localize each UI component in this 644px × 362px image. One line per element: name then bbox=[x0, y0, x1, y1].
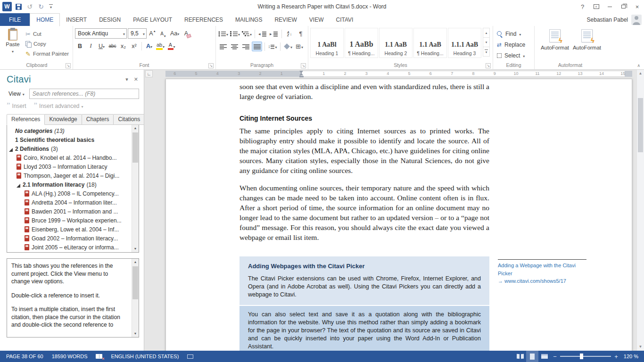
insert-button[interactable]: Insert bbox=[7, 103, 26, 109]
scrollbar-thumb[interactable] bbox=[638, 98, 643, 152]
style-item[interactable]: 1 AaBl Heading 1 bbox=[310, 28, 344, 58]
ribbon-tab[interactable]: INSERT bbox=[60, 13, 93, 26]
help-button[interactable]: ? bbox=[576, 0, 589, 13]
gallery-more-button[interactable] bbox=[483, 47, 490, 57]
ribbon-tab[interactable]: MAILINGS bbox=[229, 13, 268, 26]
tree-item[interactable]: Bawden 2001 – Information and ... bbox=[7, 207, 132, 216]
tree-item[interactable]: 1 Scientific theoretical basics bbox=[7, 135, 132, 144]
hanging-indent-marker[interactable] bbox=[299, 71, 303, 75]
scroll-up-icon[interactable]: ▲ bbox=[132, 125, 139, 132]
sort-button[interactable]: AZ↓ bbox=[284, 29, 295, 39]
clipboard-dialog-launcher[interactable] bbox=[66, 63, 71, 68]
ribbon-tab[interactable]: DESIGN bbox=[93, 13, 127, 26]
font-family-combo[interactable]: Book Antiqu bbox=[75, 28, 127, 39]
tree-item[interactable]: Lloyd 2003 – Information Literacy bbox=[7, 162, 132, 171]
word-count[interactable]: 18590 WORDS bbox=[48, 351, 92, 362]
font-size-combo[interactable]: 9,5 bbox=[128, 28, 147, 39]
view-menu-button[interactable]: View bbox=[7, 90, 26, 98]
ribbon-tab[interactable]: REVIEW bbox=[268, 13, 303, 26]
account-chip[interactable]: Sebastian Pabel bbox=[587, 13, 644, 26]
ribbon-display-options-button[interactable] bbox=[589, 0, 603, 13]
pane-tab[interactable]: References bbox=[7, 114, 45, 125]
expander-icon[interactable] bbox=[17, 181, 23, 188]
italic-button[interactable]: I bbox=[86, 41, 96, 51]
tree-item[interactable]: Andretta 2004 – Information liter... bbox=[7, 198, 132, 207]
zoom-out-button[interactable]: − bbox=[551, 353, 559, 360]
read-mode-button[interactable] bbox=[514, 351, 526, 362]
ribbon-tab[interactable]: PAGE LAYOUT bbox=[127, 13, 178, 26]
status-extra-button[interactable] bbox=[183, 351, 198, 362]
styles-dialog-launcher[interactable] bbox=[486, 63, 491, 68]
text-effects-button[interactable]: A bbox=[144, 41, 154, 51]
change-case-button[interactable]: Aa bbox=[169, 29, 180, 39]
tree-scrollbar[interactable]: ▲ ▼ bbox=[132, 125, 139, 252]
pane-close-button[interactable]: ✕ bbox=[134, 76, 138, 82]
zoom-slider[interactable] bbox=[560, 351, 611, 362]
font-color-button[interactable]: A bbox=[166, 41, 176, 51]
scroll-down-icon[interactable]: ▼ bbox=[637, 343, 644, 351]
subscript-button[interactable]: x₂ bbox=[118, 41, 128, 51]
collapse-ribbon-button[interactable] bbox=[637, 63, 640, 68]
tree-item[interactable]: ALA (Hg.) 2008 – IL Competency... bbox=[7, 189, 132, 198]
ribbon-tab[interactable]: VIEW bbox=[303, 13, 330, 26]
strikethrough-button[interactable]: abc bbox=[107, 41, 117, 51]
web-layout-button[interactable] bbox=[538, 351, 551, 362]
line-spacing-button[interactable]: ↕ bbox=[267, 41, 278, 51]
minimize-button[interactable] bbox=[603, 0, 617, 13]
tree-item[interactable]: Joint 2005 – eLiteracy or informa... bbox=[7, 243, 132, 252]
shrink-font-button[interactable]: A▼ bbox=[158, 29, 168, 39]
format-painter-button[interactable]: Format Painter bbox=[25, 49, 69, 58]
gallery-scroll-down-button[interactable] bbox=[483, 37, 490, 47]
pane-tab[interactable]: Chapters bbox=[82, 114, 114, 125]
print-layout-button[interactable] bbox=[526, 351, 538, 362]
vertical-scrollbar[interactable]: ▲ ▼ bbox=[636, 70, 644, 351]
pane-tab[interactable]: Knowledge bbox=[44, 114, 82, 125]
pane-tab[interactable]: Citations bbox=[113, 114, 144, 125]
autoformat-button-2[interactable]: AutoFormat bbox=[572, 28, 602, 50]
style-item[interactable]: 1 AaBb ¶ Heading... bbox=[345, 28, 378, 58]
find-button[interactable]: Find bbox=[497, 30, 525, 38]
multilevel-list-button[interactable] bbox=[241, 29, 252, 39]
autoformat-button-1[interactable]: AutoFormat bbox=[540, 28, 570, 50]
zoom-slider-thumb[interactable] bbox=[580, 354, 583, 359]
save-button[interactable] bbox=[14, 2, 23, 11]
proofing-status-button[interactable] bbox=[91, 351, 107, 362]
scroll-down-icon[interactable]: ▼ bbox=[132, 246, 139, 252]
tab-stop-selector[interactable] bbox=[145, 70, 153, 77]
tree-item[interactable]: No categories (13) bbox=[7, 126, 132, 135]
bold-button[interactable]: B bbox=[75, 41, 85, 51]
grow-font-button[interactable]: A▲ bbox=[148, 29, 157, 39]
ribbon-tab[interactable]: FILE bbox=[0, 13, 30, 26]
page-indicator[interactable]: PAGE 38 OF 60 bbox=[2, 351, 48, 362]
align-right-button[interactable] bbox=[240, 41, 251, 51]
underline-button[interactable]: U bbox=[97, 41, 107, 51]
borders-button[interactable]: ⊞ bbox=[294, 41, 305, 51]
language-indicator[interactable]: ENGLISH (UNITED STATES) bbox=[107, 351, 183, 362]
insert-advanced-button[interactable]: Insert advanced bbox=[34, 103, 83, 109]
margin-note-link[interactable]: → www.citavi.com/shows5/17 bbox=[498, 277, 586, 285]
style-item[interactable]: 1.1.1 AaB Heading 3 bbox=[448, 28, 481, 58]
show-formatting-marks-button[interactable]: ¶ bbox=[296, 29, 306, 39]
style-item[interactable]: 1.1 AaB ¶ Heading... bbox=[413, 28, 447, 58]
replace-button[interactable]: ⇄Replace bbox=[497, 41, 525, 49]
shading-button[interactable] bbox=[283, 41, 293, 51]
help-scrollbar[interactable]: ▲ ▼ bbox=[132, 259, 139, 337]
scrollbar-thumb[interactable] bbox=[132, 132, 138, 163]
superscript-button[interactable]: x² bbox=[129, 41, 139, 51]
document-page[interactable]: soon see that even within a discipline a… bbox=[165, 79, 632, 351]
restore-button[interactable] bbox=[617, 0, 630, 13]
select-button[interactable]: Select bbox=[497, 51, 525, 60]
tree-item[interactable]: Eisenberg, Lowe et al. 2004 – Inf... bbox=[7, 225, 132, 234]
ribbon-tab[interactable]: CITAVI bbox=[330, 13, 359, 26]
highlight-color-button[interactable]: ab bbox=[155, 41, 165, 51]
left-indent-marker[interactable] bbox=[299, 76, 304, 77]
tree-item[interactable]: Coiro, Knobel et al. 2014 – Handbo... bbox=[7, 153, 132, 162]
font-dialog-launcher[interactable] bbox=[208, 63, 214, 68]
zoom-level[interactable]: 120 % bbox=[620, 354, 640, 359]
bullets-button[interactable] bbox=[218, 29, 229, 39]
copy-button[interactable]: Copy bbox=[25, 40, 69, 48]
tree-item[interactable]: Thompson, Jaeger et al. 2014 – Digi... bbox=[7, 171, 132, 180]
expander-icon[interactable] bbox=[9, 146, 15, 152]
redo-button[interactable]: ↻ bbox=[36, 2, 46, 11]
ribbon-tab[interactable]: HOME bbox=[30, 13, 60, 26]
